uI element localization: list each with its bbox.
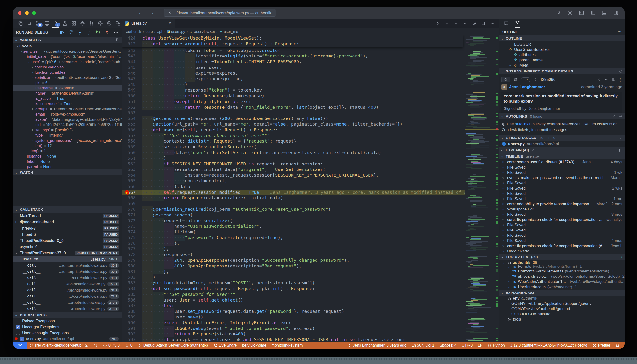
code-line[interactable]: 590········except (ValidationError, Inte… bbox=[122, 320, 499, 326]
code-line[interactable]: 561········) bbox=[122, 156, 499, 161]
todos-root-folder[interactable]: ⌄authentik39 bbox=[499, 260, 624, 265]
customize-layout-icon[interactable] bbox=[579, 10, 584, 16]
code-line[interactable]: 543····················identifier=slugif… bbox=[122, 53, 499, 59]
code-line[interactable]: 545····················user=user, bbox=[122, 64, 499, 70]
activity-run-and-debug[interactable]: 1 bbox=[52, 19, 59, 28]
gitlens-section-header[interactable]: ⌄GITLENS: INSPECT: COMMIT DETAILS bbox=[499, 68, 624, 74]
breakpoint-checkbox[interactable] bbox=[16, 331, 20, 335]
activity-search[interactable] bbox=[26, 19, 33, 28]
code-line[interactable]: 554····@extend_schema(responses={200: Se… bbox=[122, 116, 499, 121]
todo-file-row[interactable]: ›TSak-search-select-view.ts(web/src/elem… bbox=[499, 274, 624, 279]
code-line[interactable]: 566············).data bbox=[122, 184, 499, 190]
timeline-item[interactable]: ○File Saved bbox=[499, 228, 624, 233]
stack-frame-row[interactable]: __call__.../root/middleware.py275:1 bbox=[13, 300, 122, 306]
variables-section-header[interactable]: ⌄VARIABLES bbox=[13, 37, 122, 43]
code-line[interactable]: 556····def user_me(self, request: Reques… bbox=[122, 127, 499, 133]
variable-row[interactable]: 'email'= 'root@example.com' bbox=[13, 112, 122, 117]
statusbar-live-share[interactable]: Live Share bbox=[213, 343, 237, 348]
history-forward-icon[interactable]: → bbox=[149, 10, 154, 16]
command-center-search[interactable]: ~/dev/authentik/authentik/core/api/users… bbox=[164, 9, 276, 17]
timeline-item[interactable]: ⌾events: make sure password set event ha… bbox=[499, 175, 624, 180]
nav-location-icon[interactable] bbox=[463, 22, 467, 25]
thread-row[interactable]: ›django-main-threadPAUSED bbox=[13, 219, 122, 225]
account-icon[interactable] bbox=[556, 10, 561, 16]
code-line[interactable]: 585········"""Set password for user""" bbox=[122, 292, 499, 297]
autolinks-link[interactable]: autolinks bbox=[515, 122, 530, 126]
breakpoints-section-header[interactable]: ⌄BREAKPOINTS bbox=[13, 312, 122, 318]
chat-icon[interactable] bbox=[619, 148, 623, 152]
variable-row[interactable]: 'is_active'= True bbox=[13, 96, 122, 101]
breadcrumb-item[interactable]: authentik bbox=[126, 30, 141, 34]
code-line[interactable]: 578········responses={ bbox=[122, 252, 499, 258]
activity-source-control[interactable]: 12 bbox=[35, 19, 42, 28]
settings-gear-icon[interactable] bbox=[568, 10, 573, 16]
close-tab-icon[interactable]: ✕ bbox=[168, 21, 172, 26]
code-line[interactable]: 512····def service_account(self, request… bbox=[122, 41, 463, 47]
code-line[interactable]: 584····def set_password(self, request: R… bbox=[122, 286, 499, 292]
go-back-icon[interactable] bbox=[454, 22, 458, 25]
code-line[interactable]: 547····················expiring=expiring… bbox=[122, 76, 499, 82]
breakpoint-row[interactable]: ✓Uncaught Exceptions bbox=[13, 324, 122, 330]
step-out-icon[interactable] bbox=[86, 30, 92, 35]
code-line[interactable]: 548················) bbox=[122, 82, 499, 87]
back-icon[interactable] bbox=[604, 78, 608, 82]
variable-row[interactable]: 'pk'= 6 bbox=[13, 80, 122, 85]
outline-tab-icon[interactable] bbox=[515, 19, 520, 28]
variable-row[interactable]: instance= None bbox=[13, 154, 122, 159]
breadcrumb-item[interactable]: ◇UserViewSet bbox=[190, 30, 215, 34]
code-line[interactable]: 552················return Response(data=… bbox=[122, 104, 499, 110]
breakpoint-checkbox[interactable] bbox=[16, 319, 20, 323]
code-line[interactable]: 575················"password": CharField… bbox=[122, 235, 499, 240]
zoom-window-button[interactable] bbox=[32, 11, 36, 15]
disconnect-icon[interactable] bbox=[104, 30, 110, 35]
more-actions-icon[interactable] bbox=[114, 30, 119, 35]
thread-row[interactable]: ›asyncio_0PAUSED bbox=[13, 244, 122, 250]
watch-section-header[interactable]: ⌄WATCH bbox=[13, 169, 122, 176]
statusbar-indentation[interactable]: Spaces: 4 bbox=[440, 343, 456, 348]
variable-row[interactable]: len()= 12 bbox=[13, 143, 122, 148]
variable-row[interactable]: ›serializer= <authentik.core.api.users.U… bbox=[13, 75, 122, 80]
statusbar-ports[interactable]: 0 bbox=[125, 343, 132, 348]
todo-file-row[interactable]: ›TSHorizontalFormElement.ts(web/src/elem… bbox=[499, 269, 624, 274]
code-line[interactable]: 555····@action(url_path="me", url_name="… bbox=[122, 121, 499, 127]
close-window-button[interactable] bbox=[18, 11, 22, 15]
code-line[interactable]: 583····@action(detail=True, methods=["PO… bbox=[122, 280, 499, 286]
explorer-go-section-header[interactable]: ⌄EXPLORER: GO bbox=[499, 290, 624, 296]
code-line[interactable]: 574············fields={ bbox=[122, 229, 499, 235]
remote-indicator[interactable]: >< bbox=[13, 342, 27, 348]
activity-explorer[interactable] bbox=[17, 19, 24, 28]
run-python-file-icon[interactable] bbox=[436, 22, 440, 25]
compare-icon[interactable] bbox=[611, 78, 615, 82]
code-line[interactable]: 573············name="UserPasswordSetSeri… bbox=[122, 223, 499, 229]
statusbar-python-interpreter[interactable]: 3.12.8 ('authentik-xEAhpGPh-py3.12': Poe… bbox=[510, 343, 588, 348]
pin-icon[interactable] bbox=[598, 78, 601, 82]
timeline-section-header[interactable]: ⌄TIMELINE users.py bbox=[499, 153, 624, 160]
code-line[interactable]: 542················token: Token = Token.… bbox=[122, 48, 499, 54]
more-actions-icon[interactable]: ⋯ bbox=[618, 30, 621, 34]
variable-row[interactable]: 'avatar'= 'data:image/svg+xml;base64,PHN… bbox=[13, 117, 122, 122]
outline-item-usergroupserializer[interactable]: ⌄◇UserGroupSerializer bbox=[499, 47, 624, 52]
breadcrumb-item[interactable]: users.py bbox=[167, 30, 185, 34]
stack-frame-row[interactable]: __call__.../root/middleware.py318:1 bbox=[13, 306, 122, 312]
code-line[interactable]: 559········serializer = SessionUserSeria… bbox=[122, 144, 499, 150]
code-line[interactable]: 589············user.save() bbox=[122, 314, 499, 320]
copy-value-icon[interactable] bbox=[116, 38, 120, 42]
breadcrumb-item[interactable]: core bbox=[146, 30, 153, 34]
timeline-item[interactable]: ⌾core: add ability to provide reason for… bbox=[499, 202, 624, 207]
tab-users-py[interactable]: users.py ✕ bbox=[122, 19, 175, 28]
outline-item-logger[interactable]: ☰LOGGER bbox=[499, 42, 624, 47]
code-line[interactable]: 562········if SESSION_KEY_IMPERSONATE_US… bbox=[122, 161, 499, 167]
history-back-icon[interactable]: ← bbox=[138, 10, 143, 16]
timeline-item[interactable]: ○File Saved2 wks bbox=[499, 186, 624, 191]
code-line[interactable]: 576············}, bbox=[122, 240, 499, 246]
code-line[interactable]: 424class UserViewSet(UsedByMixin, ModelV… bbox=[122, 35, 463, 41]
timeline-item[interactable]: ○File Saved bbox=[499, 165, 624, 170]
continue-icon[interactable] bbox=[59, 30, 64, 35]
code-line[interactable]: 582····) bbox=[122, 274, 499, 280]
activity-remote-explorer[interactable] bbox=[44, 19, 50, 28]
code-line[interactable]: 557········"""Get information about curr… bbox=[122, 133, 499, 138]
minimize-window-button[interactable] bbox=[25, 11, 28, 15]
activity-gitlens[interactable] bbox=[97, 19, 104, 28]
thread-row[interactable]: ›Thread-6PAUSED bbox=[13, 231, 122, 238]
code-line[interactable]: 558········context: dict[str, Request] =… bbox=[122, 138, 499, 144]
